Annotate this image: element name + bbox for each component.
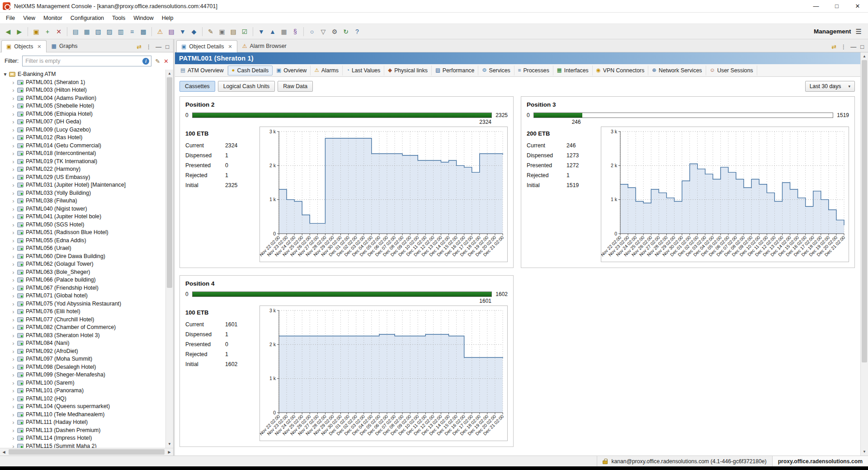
chevron-right-icon[interactable]: › — [10, 158, 17, 166]
tree-horizontal-scrollbar[interactable]: ◀▶ — [0, 448, 173, 456]
close-button[interactable]: ✕ — [847, 0, 868, 12]
menu-monitor[interactable]: Monitor — [39, 14, 66, 23]
detail-tab-atm-overview[interactable]: ▤ATM Overview — [177, 66, 228, 75]
chevron-right-icon[interactable]: › — [10, 276, 17, 284]
scroll-thumb[interactable] — [862, 60, 867, 362]
paste-icon[interactable]: ▤ — [228, 26, 239, 37]
detail-tab-physical-links[interactable]: ◆Physical links — [384, 66, 432, 75]
chevron-right-icon[interactable]: › — [10, 316, 17, 324]
tree-root-e-banking-atm[interactable]: ▼E-Banking ATM — [0, 70, 165, 79]
tree-item[interactable]: ›PATML018 (Intercontinental) — [0, 150, 165, 158]
tree-item[interactable]: ›PATML005 (Shebelle Hotel) — [0, 102, 165, 110]
chevron-right-icon[interactable]: › — [10, 197, 17, 205]
tree-item[interactable]: ›PATML033 (Yolly Building) — [0, 189, 165, 197]
chevron-right-icon[interactable]: › — [10, 260, 17, 268]
tree-item[interactable]: ›PATML097 (Moha Summit) — [0, 355, 165, 363]
chevron-right-icon[interactable]: › — [10, 339, 17, 348]
left-tab-objects[interactable]: ▣Objects✕ — [1, 40, 47, 52]
tree-item[interactable]: ›PATML104 (Queens supermarket) — [0, 403, 165, 411]
menu-configuration[interactable]: Configuration — [66, 14, 108, 23]
tree-vertical-scrollbar[interactable]: ▲▼ — [165, 70, 173, 448]
close-icon[interactable]: ✕ — [37, 44, 41, 50]
chevron-right-icon[interactable]: › — [10, 244, 17, 253]
tree-item[interactable]: ›PATML111 (Haday Hotel) — [0, 418, 165, 427]
content-vertical-scrollbar[interactable]: ▲▼ — [860, 52, 868, 456]
import-icon[interactable]: ▲ — [267, 26, 278, 37]
scroll-track[interactable] — [861, 60, 868, 448]
chevron-right-icon[interactable]: › — [10, 150, 17, 158]
tree-view-icon[interactable]: ▩ — [138, 26, 149, 37]
chevron-right-icon[interactable]: › — [10, 189, 17, 197]
delete-object-icon[interactable]: ✕ — [53, 26, 64, 37]
menu-view[interactable]: View — [19, 14, 39, 23]
chevron-right-icon[interactable]: › — [10, 237, 17, 245]
graph-view-icon[interactable]: ▨ — [104, 26, 115, 37]
tree-item[interactable]: ›PATML038 (Filwuha) — [0, 197, 165, 205]
tree-item[interactable]: ›PATML051 (Radisson Blue Hotel) — [0, 229, 165, 237]
new-object-icon[interactable]: + — [42, 26, 53, 37]
main-tab-object-details[interactable]: ▣Object Details✕ — [176, 40, 237, 52]
maximize-view-icon[interactable]: □ — [165, 44, 169, 50]
scroll-right-icon[interactable]: ▶ — [165, 450, 173, 454]
checkbox-icon[interactable]: ☑ — [239, 26, 250, 37]
tree-item[interactable]: ›PATML056 (Urael) — [0, 244, 165, 253]
chevron-right-icon[interactable]: › — [10, 371, 17, 379]
chevron-right-icon[interactable]: › — [10, 292, 17, 300]
tree-item[interactable]: ›PATML082 (Chamber of Commerce) — [0, 324, 165, 332]
menu-file[interactable]: File — [2, 14, 19, 23]
minimize-view-icon[interactable]: — — [850, 44, 856, 50]
view-menu-icon[interactable]: ⋮ — [840, 44, 846, 50]
tree-item[interactable]: ›PATML006 (Ethiopia Hotel) — [0, 110, 165, 118]
chevron-right-icon[interactable]: › — [10, 86, 17, 94]
edit-filter-icon[interactable]: ✎ — [155, 58, 160, 65]
chevron-right-icon[interactable]: › — [10, 427, 17, 435]
refresh-icon[interactable]: ↻ — [340, 26, 351, 37]
tree-item[interactable]: ›PATML007 (DH Geda) — [0, 118, 165, 126]
tree-item[interactable]: ›PATML050 (SGS Hotel) — [0, 221, 165, 229]
menu-help[interactable]: Help — [158, 14, 178, 23]
chevron-right-icon[interactable]: › — [10, 363, 17, 371]
close-icon[interactable]: ✕ — [228, 44, 232, 50]
tree-item[interactable]: ›PATML098 (Desalegh Hotel) — [0, 363, 165, 371]
chevron-right-icon[interactable]: › — [10, 332, 17, 340]
tree-item[interactable]: ›PATML055 (Edna Addis) — [0, 237, 165, 245]
chevron-right-icon[interactable]: › — [10, 387, 17, 395]
table-view-icon[interactable]: ▥ — [115, 26, 126, 37]
tree-item[interactable]: ›PATML110 (Tele Medhanealem) — [0, 411, 165, 419]
scroll-track[interactable] — [166, 77, 173, 440]
settings-icon[interactable]: ⚙ — [329, 26, 340, 37]
chevron-right-icon[interactable]: › — [10, 268, 17, 277]
tree-item[interactable]: ›PATML014 (Getu Commercial) — [0, 142, 165, 150]
tree-item[interactable]: ›PATML102 (HQ) — [0, 395, 165, 403]
info-icon[interactable]: i — [142, 58, 149, 65]
detail-tab-processes[interactable]: ≡Processes — [514, 66, 553, 75]
mib-explorer-icon[interactable]: ◆ — [189, 26, 199, 37]
tree-item[interactable]: ›PATML062 (Golagul Tower) — [0, 260, 165, 268]
calculator-icon[interactable]: ▦ — [278, 26, 289, 37]
tree-item[interactable]: ›PATML009 (Lucy Gazebo) — [0, 126, 165, 134]
detail-tab-performance[interactable]: ▨Performance — [432, 66, 478, 75]
maximize-button[interactable]: □ — [826, 0, 847, 12]
chevron-right-icon[interactable]: › — [10, 253, 17, 261]
tree-item[interactable]: ›PATML099 (Sheger-Menafesha) — [0, 371, 165, 379]
time-range-select[interactable]: Last 30 days ▾ — [805, 81, 855, 92]
maximize-view-icon[interactable]: □ — [860, 44, 864, 50]
tree-item[interactable]: ›PATML077 (Churchill Hotel) — [0, 316, 165, 324]
objects-view-icon[interactable]: ▤ — [70, 26, 81, 37]
detail-tab-services[interactable]: ⚙Services — [478, 66, 514, 75]
left-tab-graphs[interactable]: ▦Graphs — [47, 40, 83, 52]
chevron-right-icon[interactable]: › — [10, 126, 17, 134]
chevron-right-icon[interactable]: › — [10, 213, 17, 221]
chevron-right-icon[interactable]: › — [10, 94, 17, 103]
minimize-button[interactable]: — — [806, 0, 826, 12]
tree-item[interactable]: ›PATML029 (US Embassy) — [0, 174, 165, 182]
refresh-icon[interactable]: ⇄ — [137, 44, 142, 50]
tree-item[interactable]: ›PATML066 (Palace building) — [0, 276, 165, 284]
detail-tab-network-services[interactable]: ⊕Network Services — [648, 66, 706, 75]
tree-item[interactable]: ›PATML083 (Sheraton Hotel 3) — [0, 332, 165, 340]
copy-icon[interactable]: ▣ — [217, 26, 227, 37]
chevron-right-icon[interactable]: › — [10, 229, 17, 237]
refresh-icon[interactable]: ⇄ — [831, 44, 836, 50]
script-icon[interactable]: § — [290, 26, 301, 37]
view-button-logical-cash-units[interactable]: Logical Cash Units — [218, 81, 275, 92]
